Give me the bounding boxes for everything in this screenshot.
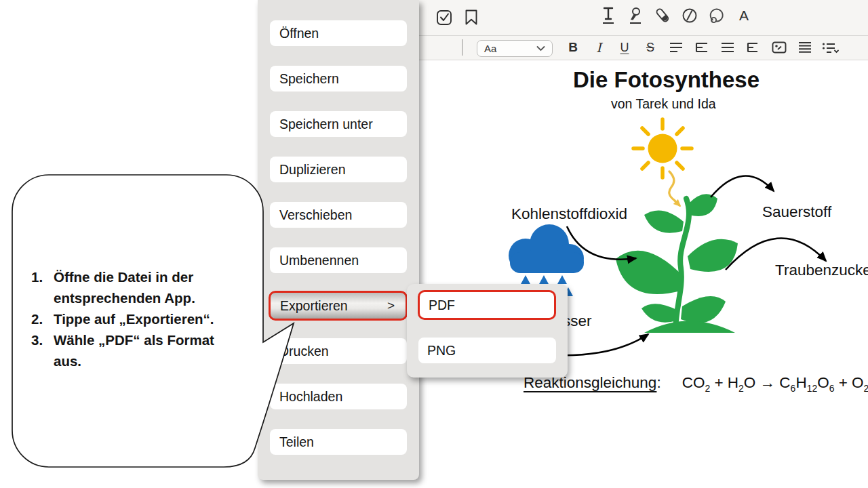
menu-item-label: Öffnen (279, 26, 319, 41)
pen-icon (627, 6, 644, 25)
editor-toolbar: A Aa B I U S (404, 0, 868, 60)
checklist-dropdown-icon[interactable] (822, 39, 840, 56)
submenu-item-png[interactable]: PNG (418, 338, 556, 363)
list-indent-icon[interactable] (693, 39, 711, 56)
checklist-dropdown-icon (822, 41, 840, 54)
eraser-icon[interactable] (681, 7, 698, 24)
bookmark-icon (465, 9, 478, 26)
list-indent-icon (695, 41, 709, 54)
step-text: Wähle „PDF“ als Format aus. (54, 329, 223, 371)
justify-icon[interactable] (796, 39, 814, 56)
justify-icon (798, 41, 812, 54)
equation-formula: CO2 + H2O → C6H12O6 + O2 (682, 374, 868, 391)
checkbox-icon[interactable] (435, 8, 453, 26)
letter-a-label: A (739, 7, 749, 24)
export-submenu: PDFPNG (407, 284, 568, 378)
menu-item-exportieren[interactable]: Exportieren> (269, 291, 408, 321)
text-cursor-icon[interactable] (599, 7, 617, 24)
numbered-list-icon[interactable] (745, 39, 762, 56)
align-center-icon (721, 41, 734, 54)
instruction-step: 2.Tippe auf „Exportieren“. (31, 308, 241, 329)
menu-item-drucken[interactable]: Drucken (270, 338, 407, 364)
export-submenu-list: PDFPNG (407, 290, 568, 363)
sun-icon (633, 119, 692, 178)
menu-item-label: Drucken (279, 344, 329, 359)
italic-label: I (596, 40, 601, 55)
menu-item-speichern-unter[interactable]: Speichern unter (270, 111, 407, 137)
lasso-icon[interactable] (708, 7, 726, 24)
step-text: Tippe auf „Exportieren“. (54, 308, 223, 329)
instruction-steps: 1.Öffne die Datei in der entsprechenden … (31, 266, 241, 371)
menu-item-speichern[interactable]: Speichern (270, 66, 407, 92)
paragraph-style-label: Aa (484, 43, 496, 54)
underline-label: U (620, 41, 629, 55)
label-glucose: Traubenzucker (775, 262, 868, 279)
submenu-item-label: PNG (427, 343, 456, 359)
arrow-water-to-plant (555, 334, 648, 355)
align-left-icon[interactable] (667, 39, 685, 56)
menu-item-label: Umbenennen (279, 253, 359, 268)
bold-button[interactable]: B (564, 39, 582, 56)
menu-item-label: Exportieren (280, 298, 348, 314)
menu-item-duplizieren[interactable]: Duplizieren (270, 157, 407, 182)
bold-label: B (568, 40, 578, 55)
cloud-icon (509, 224, 584, 273)
highlighter-icon[interactable] (654, 7, 671, 24)
italic-button[interactable]: I (590, 39, 608, 56)
pen-icon[interactable] (627, 7, 644, 24)
context-menu: ÖffnenSpeichernSpeichern unterDupliziere… (258, 0, 419, 480)
checkbox-icon (436, 9, 453, 26)
underline-button[interactable]: U (616, 39, 633, 56)
label-carbon-dioxide: Kohlenstoffdioxid (511, 205, 627, 223)
submenu-item-label: PDF (429, 298, 455, 313)
plant-icon (616, 194, 738, 333)
letter-a-icon[interactable]: A (735, 7, 753, 24)
menu-item-label: Hochladen (279, 389, 342, 405)
highlighter-icon (654, 7, 671, 24)
label-oxygen: Sauerstoff (762, 203, 831, 221)
submenu-item-pdf[interactable]: PDF (418, 290, 556, 320)
toolbar-divider (462, 39, 463, 56)
menu-item-umbenennen[interactable]: Umbenennen (270, 247, 407, 273)
eraser-icon (681, 7, 698, 24)
step-number: 3. (31, 329, 54, 371)
document-title: Die Fotosynthese (573, 67, 760, 93)
text-cursor-icon (600, 6, 616, 25)
menu-item-label: Speichern (279, 71, 339, 87)
document-subtitle: von Tarek und Ida (611, 96, 716, 112)
menu-item-label: Verschieben (279, 207, 352, 223)
align-center-icon[interactable] (719, 39, 736, 56)
menu-item-teilen[interactable]: Teilen (270, 429, 407, 455)
sunlight-arrow (669, 171, 679, 205)
numbered-list-icon (747, 41, 760, 54)
arrow-co2-to-plant (567, 226, 636, 260)
reaction-equation: Reaktionsgleichung:CO2 + H2O → C6H12O6 +… (524, 374, 868, 394)
submenu-chevron-icon: > (387, 298, 395, 313)
chevron-down-icon (536, 45, 545, 52)
arrow-plant-to-oxygen (711, 176, 774, 197)
text-box-icon (772, 41, 787, 54)
step-number: 1. (31, 266, 54, 308)
menu-item-label: Duplizieren (279, 162, 346, 178)
menu-item-hochladen[interactable]: Hochladen (270, 384, 407, 409)
menu-item-label: Teilen (279, 434, 314, 450)
strikethrough-label: S (646, 41, 654, 55)
menu-item-label: Speichern unter (279, 117, 373, 132)
menu-item-verschieben[interactable]: Verschieben (270, 202, 407, 228)
toolbar-row-format: Aa B I U S (404, 36, 868, 60)
step-number: 2. (31, 308, 54, 329)
paragraph-style-dropdown[interactable]: Aa (477, 40, 553, 57)
bookmark-icon[interactable] (462, 8, 480, 26)
instruction-step: 1.Öffne die Datei in der entsprechenden … (31, 266, 241, 308)
strikethrough-button[interactable]: S (642, 39, 659, 56)
context-menu-list: ÖffnenSpeichernSpeichern unterDupliziere… (258, 20, 419, 455)
lasso-icon (708, 7, 726, 24)
instruction-step: 3.Wähle „PDF“ als Format aus. (31, 329, 241, 371)
equation-colon: : (656, 374, 660, 391)
menu-item-oeffnen[interactable]: Öffnen (270, 20, 407, 46)
text-box-icon[interactable] (770, 39, 788, 56)
toolbar-row-markup: A (404, 0, 868, 36)
step-text: Öffne die Datei in der entsprechenden Ap… (54, 266, 223, 308)
align-left-icon (669, 41, 683, 54)
